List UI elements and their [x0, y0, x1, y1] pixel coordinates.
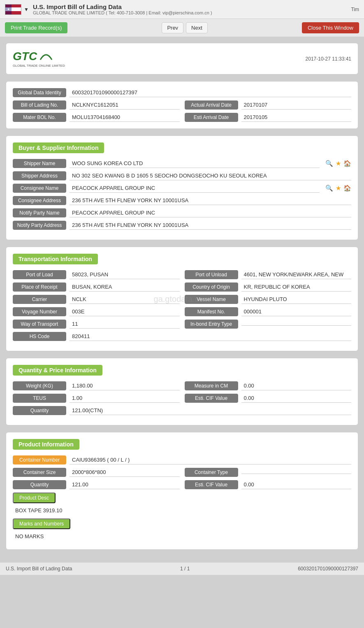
place-of-receipt-value: BUSAN, KOREA	[70, 282, 180, 292]
container-size-type-row: Container Size 2000*806*800 Container Ty…	[13, 468, 351, 477]
port-of-load-label: Port of Load	[13, 270, 66, 279]
product-esti-cif-value: 0.00	[241, 480, 352, 489]
transport-inbond-row: Way of Transport 11 In-bond Entry Type	[13, 320, 351, 329]
product-desc-value: BOX TAPE 3919.10	[13, 506, 351, 515]
vessel-name-label: Vessel Name	[185, 295, 238, 304]
container-number-value: CAIU9366395 ( 00 / L / )	[70, 455, 351, 465]
transportation-title: Transportation Information	[13, 254, 98, 264]
print-button[interactable]: Print Trade Record(s)	[5, 22, 67, 33]
consignee-home-icon[interactable]: 🏠	[343, 184, 351, 192]
notify-party-address-row: Notify Party Address 236 5TH AVE 5TH FLN…	[13, 221, 351, 230]
container-number-label: Container Number	[13, 455, 66, 465]
master-bol-row: Mater BOL No. MOLU13704168400	[13, 113, 180, 122]
prev-button[interactable]: Prev	[162, 22, 183, 33]
top-bar: ★ ▼ U.S. Import Bill of Lading Data GLOB…	[0, 0, 364, 19]
quantity-row: Quantity 121.00(CTN)	[13, 406, 351, 415]
container-type-label: Container Type	[185, 468, 238, 477]
logo-arc-icon	[39, 51, 53, 61]
app-title: U.S. Import Bill of Lading Data	[33, 3, 212, 10]
measure-value: 0.00	[241, 381, 352, 390]
esti-arrival-row: Esti Arrival Date 20170105	[185, 113, 352, 122]
shipper-address-row: Shipper Address NO 302 SEO KWANG B D 160…	[13, 171, 351, 180]
carrier-value: NCLK	[70, 295, 180, 304]
quantity-price-card: Quantity & Price Information Weight (KG)…	[6, 358, 358, 425]
hs-code-label: HS Code	[13, 332, 66, 341]
transportation-card: Transportation Information ga.gtodata.co…	[6, 247, 358, 351]
actual-arrival-label: Actual Arrival Date	[185, 100, 238, 110]
notify-party-name-row: Notify Party Name PEACOCK APPAREL GROUP …	[13, 208, 351, 217]
container-size-label: Container Size	[13, 468, 66, 477]
consignee-address-row: Consignee Address 236 5TH AVE 5TH FLNEW …	[13, 196, 351, 205]
identity-card: Global Data Identity 6003201701090000127…	[6, 81, 358, 129]
voyage-number-label: Voyage Number	[13, 307, 66, 316]
product-desc-section: Product Desc BOX TAPE 3919.10	[13, 493, 351, 515]
home-icon[interactable]: 🏠	[343, 160, 351, 167]
place-of-receipt-label: Place of Receipt	[13, 282, 66, 292]
flag-dropdown-arrow[interactable]: ▼	[24, 7, 29, 12]
esti-arrival-value: 20170105	[241, 113, 352, 122]
way-of-transport-label: Way of Transport	[13, 320, 66, 329]
toolbar: Print Trade Record(s) Prev Next Close Th…	[0, 19, 364, 37]
country-of-origin-label: Country of Origin	[185, 282, 238, 292]
consignee-star-icon[interactable]: ★	[336, 184, 341, 192]
bol-row: Bill of Lading No. NCLKNYC1612051	[13, 100, 180, 110]
shipper-name-value: WOO SUNG KOREA CO LTD	[70, 159, 320, 168]
shipper-address-label: Shipper Address	[13, 171, 66, 180]
consignee-name-value: PEACOCK APPAREL GROUP INC	[70, 184, 320, 193]
consignee-search-icon[interactable]: 🔍	[325, 184, 333, 192]
footer-center: 1 / 1	[180, 566, 190, 572]
global-data-identity-row: Global Data Identity 6003201701090000127…	[13, 88, 351, 97]
search-icon[interactable]: 🔍	[325, 160, 333, 167]
footer: U.S. Import Bill of Lading Data 1 / 1 60…	[0, 562, 364, 575]
teus-value: 1.00	[70, 394, 180, 403]
actual-arrival-row: Actual Arrival Date 20170107	[185, 100, 352, 110]
esti-arrival-label: Esti Arrival Date	[185, 113, 238, 122]
flag-icon: ★	[5, 4, 21, 15]
app-subtitle: GLOBAL TRADE ONLINE LIMITED ( Tel: 400-7…	[33, 10, 212, 15]
port-row: Port of Load 58023, PUSAN Port of Unload…	[13, 270, 351, 279]
notify-party-name-label: Notify Party Name	[13, 208, 66, 217]
notify-party-address-label: Notify Party Address	[13, 221, 66, 230]
master-bol-label: Mater BOL No.	[13, 113, 66, 122]
hs-code-value: 820411	[70, 332, 351, 341]
product-desc-button[interactable]: Product Desc	[13, 493, 56, 503]
next-button[interactable]: Next	[186, 22, 208, 33]
buyer-supplier-card: Buyer & Supplier Information Shipper Nam…	[6, 135, 358, 240]
top-bar-right: Tim	[351, 7, 359, 12]
port-of-unload-label: Port of Unload	[185, 270, 238, 279]
vessel-name-value: HYUNDAI PLUTO	[241, 295, 352, 304]
container-size-value: 2000*806*800	[70, 468, 180, 477]
shipper-address-value: NO 302 SEO KWANG B D 1605 5 SEOCHO DONGS…	[70, 171, 351, 180]
hs-code-row: HS Code 820411	[13, 332, 351, 341]
star-icon[interactable]: ★	[336, 160, 341, 167]
esti-cif-value: 0.00	[241, 394, 352, 403]
marks-section: Marks and Numbers NO MARKS	[13, 518, 351, 541]
shipper-name-row: Shipper Name WOO SUNG KOREA CO LTD 🔍 ★ 🏠	[13, 159, 351, 168]
carrier-label: Carrier	[13, 295, 66, 304]
teus-cif-row: TEUS 1.00 Esti. CIF Value 0.00	[13, 394, 351, 403]
logo-area: GTC GLOBAL TRADE ONLINE LIMITED	[13, 50, 65, 68]
product-quantity-value: 121.00	[70, 480, 180, 489]
global-data-identity-value: 6003201701090000127397	[70, 88, 351, 97]
port-of-load-value: 58023, PUSAN	[70, 270, 180, 279]
timestamp: 2017-10-27 11:33:41	[306, 56, 351, 62]
global-data-identity-label: Global Data Identity	[13, 88, 66, 97]
port-of-unload-value: 4601, NEW YORK/NEWARK AREA, NEW	[241, 270, 352, 279]
marks-value: NO MARKS	[13, 532, 351, 541]
weight-label: Weight (KG)	[13, 381, 66, 390]
notify-party-name-value: PEACOCK APPAREL GROUP INC	[70, 208, 351, 217]
country-of-origin-value: KR, REPUBLIC OF KOREA	[241, 282, 352, 292]
bol-value: NCLKNYC1612051	[70, 100, 180, 110]
bol-label: Bill of Lading No.	[13, 100, 66, 110]
manifest-no-value: 000001	[241, 307, 352, 316]
footer-left: U.S. Import Bill of Lading Data	[6, 566, 72, 572]
container-type-value	[241, 471, 352, 474]
consignee-name-label: Consignee Name	[13, 184, 66, 193]
in-bond-entry-value	[241, 323, 352, 326]
consignee-address-label: Consignee Address	[13, 196, 66, 205]
quantity-label: Quantity	[13, 406, 66, 415]
product-esti-cif-label: Esti. CIF Value	[185, 480, 238, 489]
marks-button[interactable]: Marks and Numbers	[13, 518, 70, 529]
quantity-price-title: Quantity & Price Information	[13, 365, 102, 376]
close-button[interactable]: Close This Window	[302, 22, 359, 33]
